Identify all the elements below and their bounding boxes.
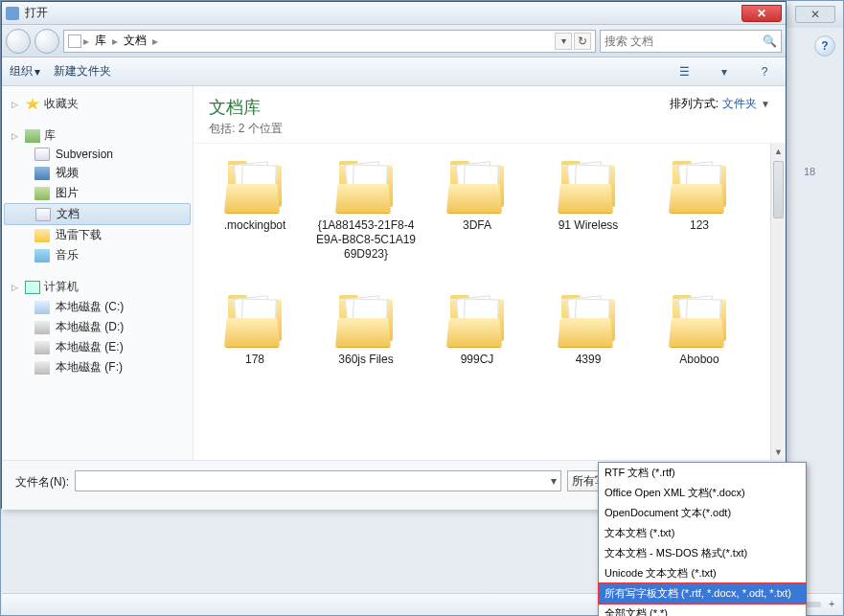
zoom-in-button[interactable]: +	[829, 599, 834, 609]
folder-icon	[556, 295, 621, 347]
sidebar-item-label: Subversion	[56, 148, 113, 161]
filetype-option[interactable]: 文本文档 - MS-DOS 格式(*.txt)	[599, 543, 806, 563]
filetype-dropdown-list[interactable]: RTF 文档 (*.rtf)Office Open XML 文档(*.docx)…	[598, 462, 807, 616]
folder-item[interactable]: 4399	[533, 287, 644, 422]
folder-item[interactable]: 91 Wireless	[533, 153, 644, 287]
library-title: 文档库	[209, 96, 283, 119]
open-dialog: 打开 ✕ ▸ 库 ▸ 文档 ▸ ▾ ↻ 🔍 组织 ▾ 新建文件夹 ☰ ▾ ?	[1, 1, 787, 509]
dialog-close-button[interactable]: ✕	[741, 5, 782, 22]
sidebar-libraries[interactable]: ▷ 库	[2, 125, 193, 146]
sidebar-favorites[interactable]: ▷ 收藏夹	[2, 94, 193, 114]
filetype-option[interactable]: OpenDocument 文本(*.odt)	[599, 503, 806, 523]
filetype-option[interactable]: RTF 文档 (*.rtf)	[599, 463, 806, 483]
help-icon: ?	[821, 39, 828, 53]
item-icon	[34, 187, 50, 200]
breadcrumb[interactable]: ▸ 库 ▸ 文档 ▸ ▾ ↻	[63, 30, 596, 53]
folder-item[interactable]: .mockingbot	[199, 153, 310, 287]
filetype-option[interactable]: 全部文档 (*.*)	[599, 604, 806, 616]
history-dropdown-button[interactable]: ▾	[555, 33, 572, 50]
search-box[interactable]: 🔍	[600, 30, 782, 53]
filename-history-dropdown[interactable]: ▾	[551, 474, 557, 488]
help-icon: ?	[762, 65, 768, 79]
sidebar-computer[interactable]: ▷ 计算机	[2, 277, 193, 297]
folder-icon	[222, 295, 287, 347]
sidebar-item[interactable]: 本地磁盘 (E:)	[2, 337, 193, 357]
drive-icon	[34, 361, 50, 375]
item-icon	[34, 148, 50, 161]
scroll-up-button[interactable]: ▲	[771, 144, 786, 159]
scroll-thumb[interactable]	[773, 161, 784, 218]
computer-icon	[25, 281, 40, 294]
expand-icon: ▷	[11, 100, 21, 109]
sidebar-item[interactable]: 视频	[2, 163, 193, 183]
folder-item[interactable]: 3DFA	[422, 153, 533, 287]
app-icon	[6, 7, 19, 20]
folder-item[interactable]: 178	[199, 287, 310, 422]
chevron-down-icon[interactable]: ▼	[761, 99, 770, 109]
folder-item[interactable]: 360js Files	[310, 287, 422, 422]
filename-input-wrapper[interactable]: ▾	[75, 470, 561, 491]
sidebar-item[interactable]: Subversion	[2, 146, 193, 163]
folder-icon	[667, 161, 732, 213]
star-icon	[25, 98, 40, 111]
nav-back-button[interactable]	[6, 29, 31, 54]
search-input[interactable]	[604, 34, 759, 48]
sort-value-link[interactable]: 文件夹	[722, 96, 757, 112]
close-icon: ✕	[810, 8, 820, 21]
file-list[interactable]: .mockingbot{1A881453-21F8-4E9A-B8C8-5C1A…	[194, 144, 770, 460]
folder-icon	[333, 295, 399, 347]
filetype-option[interactable]: 文本文档 (*.txt)	[599, 523, 806, 543]
expand-icon: ▷	[11, 283, 21, 292]
sidebar-item[interactable]: 图片	[2, 183, 193, 203]
sidebar-item-label: 文档	[57, 206, 80, 222]
breadcrumb-current[interactable]: 文档	[120, 33, 150, 49]
folder-icon	[333, 161, 399, 213]
outer-close-button[interactable]: ✕	[795, 6, 835, 23]
sidebar-item[interactable]: 本地磁盘 (D:)	[2, 317, 193, 337]
dialog-titlebar: 打开 ✕	[2, 2, 786, 25]
folder-item[interactable]: 999CJ	[422, 287, 533, 422]
chevron-down-icon: ▾	[721, 65, 727, 79]
sidebar-item-label: 图片	[56, 185, 79, 201]
folder-icon	[445, 295, 510, 347]
sidebar-item[interactable]: 音乐	[2, 245, 193, 265]
view-mode-button[interactable]: ☰	[671, 61, 697, 82]
view-mode-dropdown[interactable]: ▾	[711, 61, 738, 82]
sidebar-item[interactable]: 迅雷下载	[2, 225, 193, 245]
sidebar-item[interactable]: 本地磁盘 (F:)	[2, 357, 193, 377]
organize-button[interactable]: 组织 ▾	[10, 63, 40, 80]
chevron-right-icon[interactable]: ▸	[83, 34, 89, 48]
help-button[interactable]: ?	[814, 35, 835, 57]
filetype-option[interactable]: 所有写字板文档 (*.rtf, *.docx, *.odt, *.txt)	[598, 582, 807, 605]
toolbar-help-button[interactable]: ?	[751, 61, 778, 82]
breadcrumb-root[interactable]: 库	[91, 33, 110, 49]
sidebar-item[interactable]: 本地磁盘 (C:)	[2, 297, 193, 317]
filename-label: 文件名(N):	[15, 470, 69, 491]
drive-icon	[34, 341, 50, 354]
folder-label: 4399	[576, 353, 602, 367]
scroll-down-button[interactable]: ▼	[771, 445, 786, 460]
filename-input[interactable]	[80, 474, 551, 488]
folder-item[interactable]: {1A881453-21F8-4E9A-B8C8-5C1A1969D923}	[310, 153, 422, 287]
sidebar-group-label: 计算机	[44, 279, 79, 295]
filetype-option[interactable]: Office Open XML 文档(*.docx)	[599, 483, 806, 503]
chevron-right-icon[interactable]: ▸	[112, 34, 118, 48]
folder-item[interactable]: 123	[644, 153, 755, 287]
sidebar-item-label: 视频	[56, 165, 79, 181]
refresh-button[interactable]: ↻	[574, 33, 591, 50]
vertical-scrollbar[interactable]: ▲ ▼	[770, 144, 786, 460]
search-icon[interactable]: 🔍	[763, 34, 777, 48]
filetype-option[interactable]: Unicode 文本文档 (*.txt)	[599, 563, 806, 583]
view-icon: ☰	[679, 65, 690, 79]
folder-item[interactable]: Aboboo	[644, 287, 755, 422]
new-folder-button[interactable]: 新建文件夹	[54, 63, 111, 80]
chevron-right-icon[interactable]: ▸	[152, 34, 158, 48]
folder-icon	[222, 161, 287, 213]
folder-icon	[445, 161, 510, 213]
sidebar-item-label: 本地磁盘 (C:)	[56, 299, 124, 315]
sidebar-item-label: 本地磁盘 (E:)	[56, 339, 124, 355]
item-icon	[34, 229, 50, 242]
item-icon	[34, 249, 50, 262]
sidebar-item[interactable]: 文档	[4, 203, 191, 225]
nav-forward-button[interactable]	[34, 29, 59, 54]
